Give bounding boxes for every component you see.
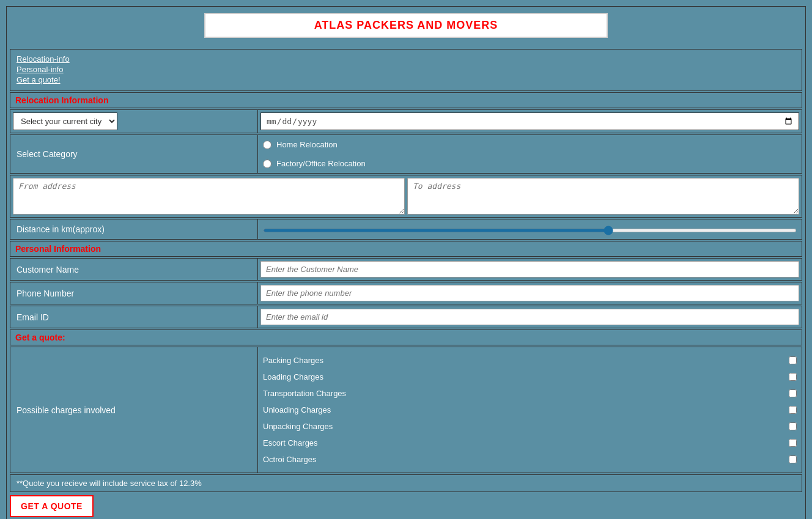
charge-transportation: Transportation Charges: [263, 385, 797, 402]
slider-area: [258, 222, 802, 237]
radio-home[interactable]: [263, 141, 271, 149]
charge-unpacking-label: Unpacking Charges: [263, 422, 783, 431]
phone-area: [258, 282, 802, 304]
email-input[interactable]: [260, 309, 799, 325]
main-container: ATLAS PACKERS AND MOVERS Relocation-info…: [6, 6, 806, 519]
charge-loading-label: Loading Charges: [263, 372, 783, 381]
city-area: Select your current city Mumbai Delhi Ba…: [10, 110, 258, 133]
radio-factory[interactable]: [263, 160, 271, 168]
relocation-header: Relocation Information: [10, 92, 802, 108]
charge-packing: Packing Charges: [263, 352, 797, 369]
get-quote-button[interactable]: GET A QUOTE: [10, 495, 94, 517]
charge-octroi-checkbox[interactable]: [789, 455, 797, 463]
radio-home-relocation: Home Relocation: [263, 140, 797, 149]
charge-escort-checkbox[interactable]: [789, 439, 797, 447]
email-row: Email ID: [10, 306, 802, 328]
charge-transportation-checkbox[interactable]: [789, 389, 797, 397]
to-address[interactable]: [407, 178, 799, 215]
charge-unloading-checkbox[interactable]: [789, 406, 797, 414]
charges-label: Possible charges involved: [10, 347, 258, 473]
city-select[interactable]: Select your current city Mumbai Delhi Ba…: [13, 112, 117, 130]
distance-slider[interactable]: [263, 229, 797, 232]
address-row: [10, 175, 802, 218]
from-address[interactable]: [13, 178, 405, 215]
phone-label: Phone Number: [10, 282, 258, 304]
charge-escort-label: Escort Charges: [263, 438, 783, 447]
charge-unpacking: Unpacking Charges: [263, 418, 797, 435]
charges-list: Packing Charges Loading Charges Transpor…: [258, 347, 802, 473]
tax-note: **Quote you recieve will include service…: [10, 474, 802, 492]
customer-name-area: [258, 259, 802, 280]
radio-factory-label: Factory/Office Relocation: [276, 159, 366, 168]
charge-packing-checkbox[interactable]: [789, 356, 797, 364]
customer-name-input[interactable]: [260, 261, 799, 278]
charge-unloading: Unloading Charges: [263, 402, 797, 418]
charge-octroi-label: Octroi Charges: [263, 455, 783, 464]
nav-get-quote[interactable]: Get a quote!: [17, 75, 795, 84]
customer-name-label: Customer Name: [10, 259, 258, 280]
slider-row: Distance in km(approx): [10, 219, 802, 240]
email-label: Email ID: [10, 306, 258, 328]
charge-loading: Loading Charges: [263, 369, 797, 385]
radio-factory-relocation: Factory/Office Relocation: [263, 159, 797, 168]
date-input[interactable]: [260, 112, 799, 130]
phone-row: Phone Number: [10, 282, 802, 304]
email-area: [258, 306, 802, 328]
date-area: [258, 110, 802, 133]
app-title: ATLAS PACKERS AND MOVERS: [314, 19, 498, 31]
nav-section: Relocation-info Personal-info Get a quot…: [10, 49, 802, 91]
quote-button-area: GET A QUOTE: [10, 495, 802, 519]
charge-loading-checkbox[interactable]: [789, 373, 797, 381]
radio-home-label: Home Relocation: [276, 140, 338, 149]
personal-header: Personal Information: [10, 241, 802, 257]
charge-escort: Escort Charges: [263, 435, 797, 451]
charges-section: Possible charges involved Packing Charge…: [10, 347, 802, 473]
charge-octroi: Octroi Charges: [263, 451, 797, 468]
charge-unloading-label: Unloading Charges: [263, 405, 783, 414]
distance-label: Distance in km(approx): [10, 219, 258, 239]
nav-relocation-info[interactable]: Relocation-info: [17, 54, 795, 64]
category-options: Home Relocation Factory/Office Relocatio…: [258, 135, 802, 173]
city-date-row: Select your current city Mumbai Delhi Ba…: [10, 109, 802, 133]
title-bar: ATLAS PACKERS AND MOVERS: [204, 13, 608, 38]
charge-unpacking-checkbox[interactable]: [789, 422, 797, 430]
charge-transportation-label: Transportation Charges: [263, 389, 783, 398]
nav-personal-info[interactable]: Personal-info: [17, 65, 795, 74]
charge-packing-label: Packing Charges: [263, 356, 783, 365]
customer-name-row: Customer Name: [10, 258, 802, 281]
quote-header: Get a quote:: [10, 329, 802, 345]
category-row: Select Category Home Relocation Factory/…: [10, 134, 802, 174]
phone-input[interactable]: [260, 285, 799, 301]
category-label: Select Category: [10, 135, 258, 173]
